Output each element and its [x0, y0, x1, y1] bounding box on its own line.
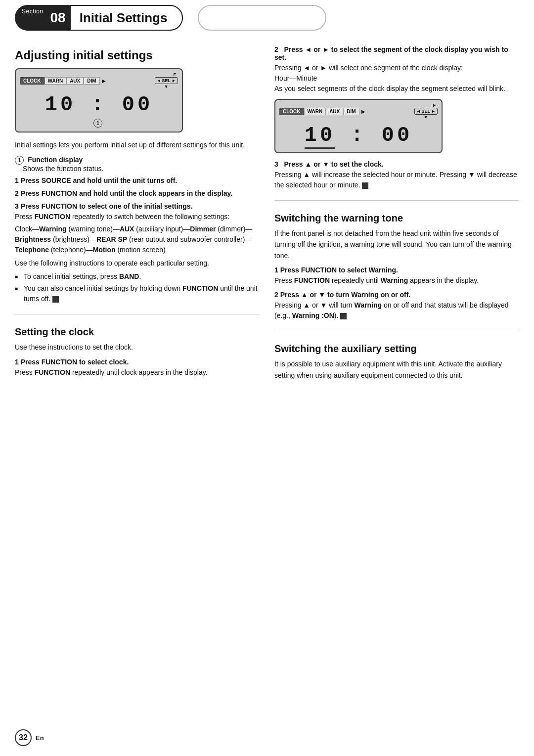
right-step-2-body2: Hour—Minute [274, 73, 519, 84]
warn-step-1: 1 Press FUNCTION to select Warning. Pres… [274, 266, 519, 286]
stop-symbol-3 [340, 313, 347, 319]
circle-1: 1 [93, 119, 102, 128]
divider-1 [15, 314, 260, 314]
tab-dim-1: DIM [84, 77, 99, 85]
arrow-right-1: ▶ [102, 78, 106, 84]
display-2-right-controls: F ◄ SEL ► ▼ [414, 103, 438, 120]
arrow-down-2: ▼ [424, 115, 428, 120]
sel-box-1: ◄ SEL ► [155, 77, 178, 84]
right-step-2-title: 2 Press ◄ or ► to select the segment of … [274, 45, 519, 61]
function-display-label-row: 1 Function display [15, 155, 260, 165]
bullet-1: To cancel initial settings, press BAND. [15, 271, 260, 282]
section-label: Section [15, 5, 47, 16]
function-display-label: Function display [28, 156, 83, 164]
display-2-time: 10 : 00 [279, 121, 438, 148]
step-3-settings: Clock—Warning (warning tone)—AUX (auxili… [15, 224, 260, 255]
warn-step-2: 2 Press ▲ or ▼ to turn Warning on or off… [274, 291, 519, 321]
page-number: 32 [15, 729, 32, 746]
step-2-title: 2 Press FUNCTION and hold until the cloc… [15, 189, 260, 197]
page-header: Section 08 Initial Settings [0, 0, 534, 31]
right-step-2: 2 Press ◄ or ► to select the segment of … [274, 45, 519, 94]
divider-3 [274, 331, 519, 331]
aux-heading: Switching the auxiliary setting [274, 343, 519, 355]
warn-step-2-title: 2 Press ▲ or ▼ to turn Warning on or off… [274, 291, 519, 299]
arrow-down-1: ▼ [164, 84, 169, 89]
right-step-2-body3: As you select segments of the clock disp… [274, 84, 519, 94]
clock-step-1-title: 1 Press FUNCTION to select clock. [15, 358, 260, 366]
time-colon: : [351, 124, 381, 147]
step-3-body: Press FUNCTION repeatedly to switch betw… [15, 212, 260, 222]
intro-text: Initial settings lets you perform initia… [15, 139, 260, 150]
section-badge: Section 08 Initial Settings [15, 5, 183, 31]
display-1-indicator: 1 [20, 119, 178, 128]
display-1-tab-bar: CLOCK WARN AUX DIM ▶ F ◄ SEL ► ▼ [20, 72, 178, 89]
sel-label-2: SEL [422, 109, 431, 114]
step-2: 2 Press FUNCTION and hold until the cloc… [15, 189, 260, 197]
step-3-title: 3 Press FUNCTION to select one of the in… [15, 202, 260, 210]
tab-warn-1: WARN [44, 77, 67, 85]
stop-symbol-1 [52, 296, 59, 303]
setting-clock-intro: Use these instructions to set the clock. [15, 342, 260, 353]
sel-box-2: ◄ SEL ► [414, 108, 438, 115]
stop-symbol-2 [362, 182, 368, 189]
setting-clock-heading: Setting the clock [15, 326, 260, 338]
display-2-tab-bar: CLOCK WARN AUX DIM ▶ F ◄ SEL ► ▼ [279, 103, 438, 120]
bullet-2: You can also cancel initial settings by … [15, 283, 260, 304]
chevron-right-1: ► [172, 78, 176, 83]
time-minutes: 00 [382, 124, 412, 147]
section-number: 08 [47, 8, 71, 28]
right-step-3-title: 3 Press ▲ or ▼ to set the clock. [274, 160, 519, 168]
right-step-2-body1: Pressing ◄ or ► will select one segment … [274, 63, 519, 73]
right-column: 2 Press ◄ or ► to select the segment of … [274, 45, 519, 386]
circle-function: 1 [15, 156, 24, 165]
header-right-box [198, 5, 326, 31]
warn-step-2-body: Pressing ▲ or ▼ will turn Warning on or … [274, 300, 519, 321]
warning-tone-heading: Switching the warning tone [274, 213, 519, 224]
tab-aux-2: AUX [326, 108, 343, 115]
display-1: CLOCK WARN AUX DIM ▶ F ◄ SEL ► ▼ 10 : 00… [15, 68, 183, 133]
bullet-list: To cancel initial settings, press BAND. … [15, 271, 260, 304]
step-1-title: 1 Press SOURCE and hold until the unit t… [15, 177, 260, 184]
sel-label-1: SEL [162, 78, 171, 83]
chevron-left-2: ◄ [416, 109, 421, 114]
main-content: Adjusting initial settings CLOCK WARN AU… [0, 36, 534, 400]
step-3-instruction: Use the following instructions to operat… [15, 258, 260, 268]
clock-step-1: 1 Press FUNCTION to select clock. Press … [15, 358, 260, 378]
page-footer: 32 En [15, 729, 44, 746]
display-2: CLOCK WARN AUX DIM ▶ F ◄ SEL ► ▼ 10 [274, 99, 443, 153]
display-1-time: 10 : 00 [20, 90, 178, 118]
language-label: En [36, 734, 44, 742]
warn-step-1-body: Press FUNCTION repeatedly until Warning … [274, 275, 519, 286]
warn-step-1-title: 1 Press FUNCTION to select Warning. [274, 266, 519, 274]
tab-warn-2: WARN [304, 108, 326, 115]
left-column: Adjusting initial settings CLOCK WARN AU… [15, 45, 260, 386]
tab-clock-2: CLOCK [279, 108, 304, 115]
f-label-2: F [433, 103, 436, 108]
f-label-1: F [174, 72, 177, 77]
adjusting-heading: Adjusting initial settings [15, 48, 260, 62]
chevron-left-1: ◄ [157, 78, 161, 83]
blink-hour: 10 [305, 124, 335, 149]
tab-clock-1: CLOCK [20, 77, 44, 85]
divider-2 [274, 200, 519, 201]
arrow-right-2: ▶ [361, 109, 365, 114]
tab-aux-1: AUX [66, 77, 84, 85]
chevron-right-2: ► [431, 109, 436, 114]
right-step-3-body: Pressing ▲ will increase the selected ho… [274, 170, 519, 190]
tab-dim-2: DIM [343, 108, 359, 115]
right-step-3: 3 Press ▲ or ▼ to set the clock. Pressin… [274, 160, 519, 190]
step-3: 3 Press FUNCTION to select one of the in… [15, 202, 260, 304]
function-display-desc: Shows the function status. [15, 165, 260, 173]
display-1-right-controls: F ◄ SEL ► ▼ [155, 72, 178, 89]
aux-intro: It is possible to use auxiliary equipmen… [274, 358, 519, 381]
step-1: 1 Press SOURCE and hold until the unit t… [15, 177, 260, 184]
warning-tone-intro: If the front panel is not detached from … [274, 228, 519, 261]
section-title: Initial Settings [71, 5, 183, 31]
clock-step-1-body: Press FUNCTION repeatedly until clock ap… [15, 367, 260, 378]
